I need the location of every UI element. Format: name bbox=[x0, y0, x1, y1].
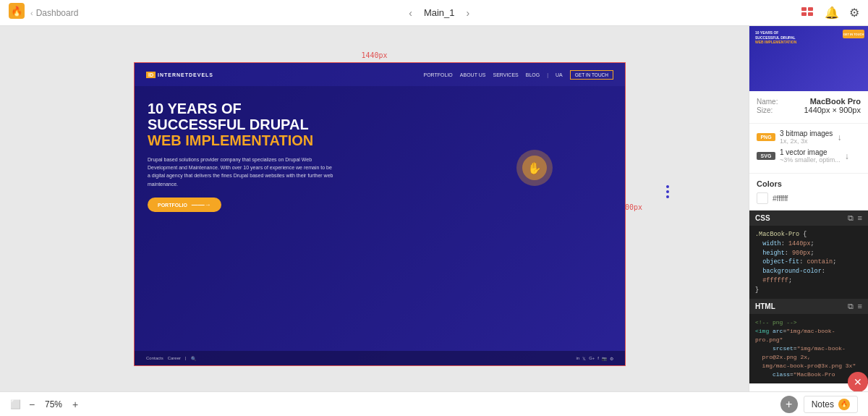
hero-title1: 10 YEARS OF bbox=[148, 101, 336, 116]
canvas-area: 1440px 900px ID InternetDevels PORTFOLIO… bbox=[0, 26, 749, 391]
chevron-back-icon: ‹ bbox=[30, 9, 33, 17]
zoom-plus-button[interactable]: + bbox=[69, 398, 82, 411]
hero-title2: SUCCESSFUL DRUPAL bbox=[148, 116, 336, 132]
svg-download-icon[interactable]: ↓ bbox=[845, 151, 849, 161]
svg-text:🔥: 🔥 bbox=[11, 5, 23, 17]
css-copy-icon[interactable]: ⧉ bbox=[848, 213, 854, 223]
png-sub: 1x, 2x, 3x bbox=[780, 137, 833, 145]
png-desc: 3 bitmap images bbox=[780, 130, 833, 137]
name-value: MacBook Pro bbox=[810, 97, 861, 106]
nav-services: SERVICES bbox=[493, 72, 518, 77]
css-selector: .MacBook-Pro bbox=[755, 231, 799, 238]
footer-career: Career bbox=[168, 356, 181, 361]
html-panel-header: HTML ⧉ ≡ bbox=[749, 299, 868, 314]
next-page-button[interactable]: › bbox=[464, 6, 473, 20]
topbar: 🔥 ‹ Dashboard ‹ Main_1 › 🔔 ⚙ bbox=[0, 0, 868, 26]
png-badge: PNG bbox=[757, 133, 775, 141]
color-item: #ffffff bbox=[757, 192, 861, 204]
css-panel-title: CSS bbox=[755, 214, 770, 222]
svg-sub: ~3% smaller, optim... bbox=[780, 156, 841, 164]
svg-badge: SVG bbox=[757, 152, 775, 160]
color-hex: #ffffff bbox=[773, 195, 788, 203]
css-code-block: .MacBook-Pro { width: 1440px; height: 90… bbox=[749, 226, 868, 299]
website-preview: ID InternetDevels PORTFOLIO ABOUT US SER… bbox=[135, 63, 625, 365]
css-object-fit: object-fit bbox=[762, 258, 799, 266]
colors-section: Colors #ffffff bbox=[749, 174, 868, 210]
zoom-section: ⬜ − 75% + bbox=[10, 398, 82, 411]
social-facebook: f bbox=[597, 356, 599, 361]
notes-avatar: 🔥 bbox=[838, 399, 850, 410]
hero-title3: WEB IMPLEMENTATION bbox=[148, 132, 336, 148]
css-height: height bbox=[762, 250, 785, 257]
toolbar-icon[interactable] bbox=[800, 4, 814, 22]
svg-rect-4 bbox=[801, 12, 807, 16]
bell-icon[interactable]: 🔔 bbox=[825, 6, 839, 20]
footer-contacts: Contacts bbox=[146, 356, 163, 361]
nav-lang: UA bbox=[556, 72, 563, 77]
svg-desc: 1 vector image bbox=[780, 148, 841, 156]
css-menu-icon[interactable]: ≡ bbox=[858, 213, 862, 223]
notes-button[interactable]: Notes 🔥 bbox=[804, 396, 858, 413]
footer-search-icon: 🔍 bbox=[191, 356, 196, 361]
html-panel: HTML ⧉ ≡ <!-- png --> <img arc="img/mac-… bbox=[749, 299, 868, 383]
asset-row-png: PNG 3 bitmap images 1x, 2x, 3x ↓ bbox=[757, 130, 861, 145]
prev-page-button[interactable]: ‹ bbox=[406, 6, 415, 20]
collapse-icon[interactable]: ⬜ bbox=[10, 399, 21, 409]
name-label: Name: bbox=[757, 98, 778, 106]
size-label: Size: bbox=[757, 106, 773, 114]
thumb-inner: 10 YEARS OFSUCCESSFUL DRUPAL WEB IMPLEME… bbox=[749, 26, 868, 91]
zoom-minus-button[interactable]: − bbox=[25, 398, 38, 411]
thumb-cta-text: GET IN TOUCH bbox=[843, 33, 864, 36]
main-layout: 1440px 900px ID InternetDevels PORTFOLIO… bbox=[0, 26, 868, 391]
dashboard-link[interactable]: ‹ Dashboard bbox=[30, 8, 78, 18]
close-icon: ✕ bbox=[854, 376, 862, 388]
html-menu-icon[interactable]: ≡ bbox=[858, 302, 862, 311]
gear-icon[interactable]: ⚙ bbox=[849, 6, 859, 20]
nav-blog: BLOG bbox=[526, 72, 540, 77]
panel-size-row: Size: 1440px × 900px bbox=[757, 106, 861, 114]
html-img-tag: <img bbox=[755, 328, 769, 334]
ruler-1440: 1440px bbox=[361, 51, 387, 59]
colors-header: Colors bbox=[757, 179, 861, 188]
website-logo: ID InternetDevels bbox=[146, 72, 213, 78]
html-panel-icons: ⧉ ≡ bbox=[848, 302, 862, 311]
nav-links: PORTFOLIO ABOUT US SERVICES BLOG | UA GE… bbox=[423, 70, 613, 80]
close-button[interactable]: ✕ bbox=[848, 372, 868, 391]
size-value: 1440px × 900px bbox=[804, 106, 861, 114]
nav-about: ABOUT US bbox=[460, 72, 486, 77]
canvas-dot-2 bbox=[666, 190, 669, 193]
dashboard-label[interactable]: Dashboard bbox=[36, 8, 79, 18]
social-linkedin: in bbox=[576, 356, 579, 361]
topbar-left: 🔥 ‹ Dashboard bbox=[9, 3, 78, 22]
social-instagram: 📷 bbox=[602, 356, 607, 361]
thumb-text: 10 YEARS OFSUCCESSFUL DRUPAL WEB IMPLEME… bbox=[755, 30, 796, 45]
svg-rect-3 bbox=[808, 7, 813, 11]
html-comment: <!-- png --> bbox=[755, 319, 797, 326]
footer-social: in 𝕏 G+ f 📷 ⚙ bbox=[576, 356, 613, 361]
logo-icon: 🔥 bbox=[9, 3, 25, 22]
asset-desc-svg: 1 vector image ~3% smaller, optim... bbox=[780, 148, 841, 164]
social-google: G+ bbox=[589, 356, 595, 361]
preview-thumbnail: 10 YEARS OFSUCCESSFUL DRUPAL WEB IMPLEME… bbox=[749, 26, 868, 91]
canvas-dots bbox=[666, 185, 669, 198]
topbar-right: 🔔 ⚙ bbox=[800, 4, 859, 22]
nav-portfolio: PORTFOLIO bbox=[423, 72, 452, 77]
assets-section: PNG 3 bitmap images 1x, 2x, 3x ↓ SVG 1 v… bbox=[749, 124, 868, 174]
hero-content: 10 YEARS OF SUCCESSFUL DRUPAL WEB IMPLEM… bbox=[148, 101, 336, 212]
html-copy-icon[interactable]: ⧉ bbox=[848, 302, 854, 311]
panel-name-row: Name: MacBook Pro bbox=[757, 97, 861, 106]
css-bg-color: background-color bbox=[762, 268, 822, 275]
footer-sep: | bbox=[185, 356, 187, 361]
add-button[interactable]: + bbox=[780, 396, 798, 413]
css-panel: CSS ⧉ ≡ .MacBook-Pro { width: 1440px; he… bbox=[749, 210, 868, 299]
thumb-cta: GET IN TOUCH bbox=[843, 30, 864, 38]
html-code-block: <!-- png --> <img arc="img/mac-book-pro.… bbox=[749, 314, 868, 383]
css-width: width bbox=[762, 240, 781, 247]
footer-links: Contacts Career | 🔍 bbox=[146, 356, 196, 361]
website-footer: Contacts Career | 🔍 in 𝕏 G+ f 📷 ⚙ bbox=[135, 351, 625, 365]
canvas-frame[interactable]: ID InternetDevels PORTFOLIO ABOUT US SER… bbox=[134, 62, 626, 366]
hero-portfolio-btn[interactable]: PORTFOLIO ——→ bbox=[148, 198, 221, 212]
png-download-icon[interactable]: ↓ bbox=[837, 132, 841, 143]
hero-btn-label: PORTFOLIO bbox=[158, 203, 187, 208]
zoom-value: 75% bbox=[43, 399, 64, 409]
